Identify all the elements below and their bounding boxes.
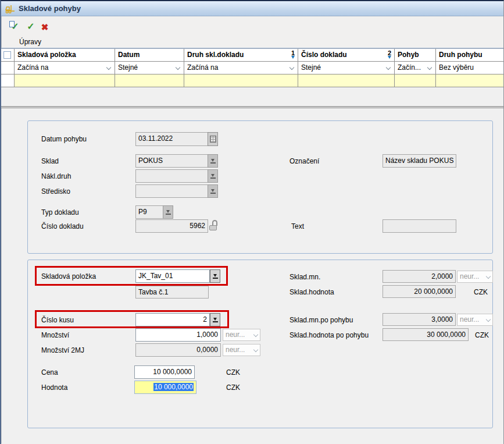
sklad-mn-po-pohybu-unit-dropdown[interactable]: neur... (457, 314, 493, 326)
chevron-down-icon (486, 317, 491, 322)
grid-filter-row: Začíná na Stejné Začíná na Stejné Začín.… (1, 62, 503, 74)
toolbar: ✓ ✓ ✖ Úpravy (1, 16, 503, 48)
lookup-arrow-icon (211, 189, 215, 192)
document-icon (9, 21, 15, 27)
cena-label: Cena (41, 366, 58, 379)
filter-input-druh-pohybu[interactable] (436, 74, 503, 87)
lock-icon (209, 220, 219, 232)
hodnota-field[interactable]: 10 000,0000 (134, 381, 196, 394)
cislo-dokladu-label: Číslo dokladu (41, 220, 84, 233)
lookup-arrow-icon (213, 274, 217, 277)
check-icon: ✓ (27, 22, 34, 31)
nakl-druh-lookup-button[interactable] (208, 169, 218, 183)
skladova-polozka-field[interactable]: JK_Tav_01 (135, 269, 210, 283)
chevron-down-icon (486, 274, 491, 279)
column-header-druh-skl-dokladu[interactable]: Druh skl.dokladu 1 (184, 49, 298, 62)
sklad-field[interactable]: POKUS (135, 154, 208, 168)
sklad-hodnota-po-pohybu-label: Sklad.hodnota po pohybu (289, 329, 369, 342)
lookup-arrow-icon (213, 318, 217, 321)
filter-input-skladova-polozka[interactable] (15, 74, 115, 87)
filter-dropdown-cislo-dokladu[interactable]: Stejné (298, 62, 395, 74)
filter-dropdown-skladova-polozka[interactable]: Začíná na (15, 62, 115, 74)
nakl-druh-label: Nákl.druh (41, 170, 71, 183)
cislo-kusu-lookup-button[interactable] (210, 313, 220, 326)
sklad-mn-po-pohybu-field: 3,0000 (383, 313, 456, 326)
movements-grid: Skladová položka Datum Druh skl.dokladu … (1, 48, 503, 87)
cislo-kusu-label: Číslo kusu (41, 314, 74, 326)
confirm-and-keep-button[interactable]: ✓ (9, 21, 22, 33)
oznaceni-field[interactable]: Název skladu POKUS (383, 154, 456, 168)
cena-currency-label: CZK (226, 366, 240, 379)
cislo-dokladu-field[interactable]: 5962 (135, 219, 208, 233)
typ-dokladu-lookup-button[interactable] (163, 205, 173, 219)
filter-input-druh-skl-dokladu[interactable] (184, 74, 298, 87)
entry-corner-cell (1, 74, 15, 87)
column-header-pohyb[interactable]: Pohyb (395, 49, 436, 62)
app-window: Skladové pohyby ✓ ✓ ✖ Úpravy Skladová po… (0, 0, 504, 444)
datum-pohybu-field[interactable]: 03.11.2022 (135, 132, 208, 146)
filter-dropdown-druh-pohybu[interactable]: Bez výběru (436, 62, 503, 74)
sklad-mn-po-pohybu-label: Sklad.mn.po pohybu (289, 314, 353, 326)
mnozstvi-2mj-field[interactable]: 0,0000 (135, 343, 221, 357)
typ-dokladu-field[interactable]: P9 (135, 205, 163, 219)
filter-dropdown-druh-skl-dokladu[interactable]: Začíná na (184, 62, 298, 74)
filter-dropdown-datum[interactable]: Stejné (115, 62, 184, 74)
chevron-down-icon (386, 65, 391, 70)
sklad-hodnota-label: Sklad.hodnota (289, 286, 334, 299)
sklad-hodnota-po-pohybu-currency-label: CZK (475, 329, 489, 342)
movement-form: Datum pohybu 03.11.2022 Sklad POKUS Nákl… (1, 108, 503, 443)
mnozstvi-unit-dropdown[interactable]: neur... (223, 329, 260, 341)
selected-text: 10 000,0000 (153, 383, 194, 391)
sklad-hodnota-po-pohybu-field: 30 000,0000 (383, 328, 469, 341)
calendar-button[interactable] (208, 132, 218, 146)
stredisko-field[interactable] (135, 184, 208, 198)
select-all-cell[interactable] (1, 49, 15, 62)
text-label: Text (291, 220, 304, 233)
sort-indicator-1: 1 (291, 50, 295, 59)
mnozstvi-2mj-label: Množství 2MJ (41, 344, 84, 357)
sklad-mn-unit-dropdown[interactable]: neur... (457, 271, 493, 283)
grid-empty-area (1, 87, 503, 106)
sklad-mn-field: 2,0000 (383, 270, 456, 283)
column-header-druh-pohybu[interactable]: Druh pohybu (436, 49, 503, 62)
chevron-down-icon (253, 332, 258, 337)
lookup-arrow-icon (166, 210, 170, 213)
grid-header-row: Skladová položka Datum Druh skl.dokladu … (1, 49, 503, 62)
mnozstvi-label: Množství (41, 329, 69, 342)
column-header-cislo-dokladu[interactable]: Číslo dokladu 2 (298, 49, 395, 62)
filter-input-pohyb[interactable] (395, 74, 436, 87)
cross-icon: ✖ (41, 23, 49, 31)
sklad-lookup-button[interactable] (208, 154, 218, 168)
hodnota-label: Hodnota (41, 381, 67, 394)
mnozstvi-field[interactable]: 1,0000 (135, 328, 221, 342)
sklad-hodnota-currency-label: CZK (474, 286, 488, 299)
nakl-druh-field[interactable] (135, 169, 208, 183)
datum-pohybu-label: Datum pohybu (41, 133, 87, 145)
forklift-icon (5, 4, 15, 13)
column-header-skladova-polozka[interactable]: Skladová položka (15, 49, 115, 62)
header-groupbox (27, 120, 493, 254)
select-all-checkbox[interactable] (3, 51, 11, 59)
stredisko-lookup-button[interactable] (208, 184, 218, 198)
cancel-button[interactable]: ✖ (38, 21, 51, 33)
filter-input-cislo-dokladu[interactable] (298, 74, 395, 87)
cena-field[interactable]: 10 000,0000 (134, 365, 195, 379)
skladova-polozka-label: Skladová položka (41, 270, 96, 283)
chevron-down-icon (253, 347, 258, 352)
lookup-arrow-icon (211, 174, 215, 177)
chevron-down-icon (176, 65, 180, 70)
column-header-datum[interactable]: Datum (115, 49, 184, 62)
calendar-icon (210, 136, 216, 143)
filter-input-datum[interactable] (115, 74, 184, 87)
text-field[interactable] (383, 219, 456, 233)
skladova-polozka-lookup-button[interactable] (210, 269, 220, 283)
sklad-hodnota-field: 20 000,0000 (383, 285, 456, 298)
confirm-button[interactable]: ✓ (24, 21, 37, 33)
toolbar-group-label: Úpravy (19, 38, 41, 46)
mnozstvi-2mj-unit-dropdown[interactable]: neur... (223, 344, 260, 356)
cislo-kusu-field[interactable]: 2 (135, 313, 210, 326)
sort-arrow-icon (291, 56, 295, 59)
sklad-mn-label: Sklad.mn. (289, 271, 320, 283)
sklad-label: Sklad (41, 155, 59, 168)
filter-dropdown-pohyb[interactable]: Začín... (395, 62, 436, 74)
